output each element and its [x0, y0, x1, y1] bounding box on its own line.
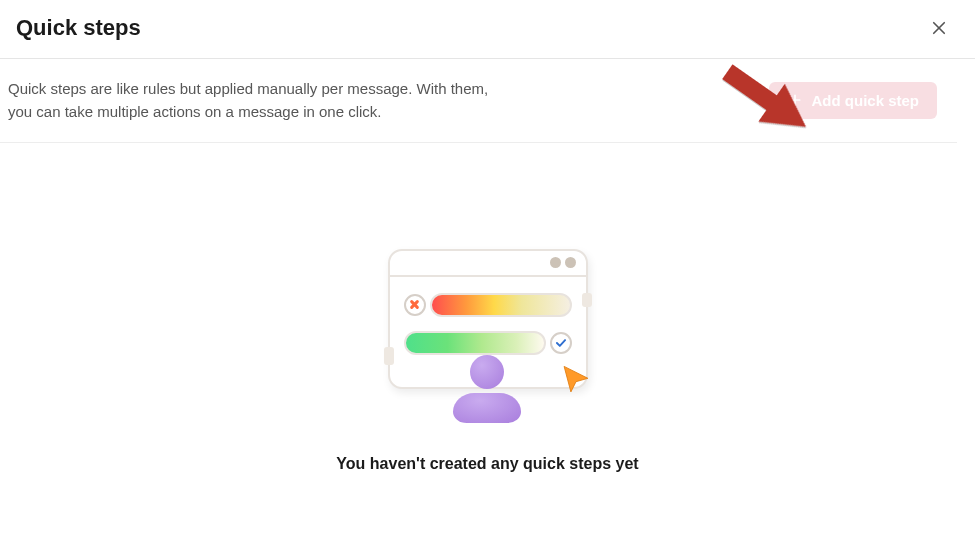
illustration-window-header: [390, 251, 586, 277]
empty-state-message: You haven't created any quick steps yet: [336, 455, 638, 473]
dialog-header: Quick steps: [0, 0, 975, 59]
add-button-label: Add quick step: [811, 92, 919, 109]
gradient-bar-icon: [404, 331, 546, 355]
empty-state: You haven't created any quick steps yet: [0, 243, 975, 473]
x-badge-icon: [404, 294, 426, 316]
description-text: Quick steps are like rules but applied m…: [8, 77, 488, 124]
person-icon: [453, 355, 521, 423]
close-icon: [930, 19, 948, 37]
cursor-icon: [559, 363, 593, 401]
window-dot-icon: [550, 257, 561, 268]
illustration-slider-row: [404, 331, 572, 355]
notch-icon: [582, 293, 592, 307]
illustration-slider-row: [404, 293, 572, 317]
description-line-2: you can take multiple actions on a messa…: [8, 100, 488, 123]
plus-icon: [787, 92, 803, 108]
add-quick-step-button[interactable]: Add quick step: [769, 82, 937, 119]
window-dot-icon: [565, 257, 576, 268]
description-row: Quick steps are like rules but applied m…: [0, 59, 957, 143]
notch-icon: [384, 347, 394, 365]
description-line-1: Quick steps are like rules but applied m…: [8, 77, 488, 100]
page-title: Quick steps: [16, 15, 141, 41]
empty-illustration: [383, 243, 593, 433]
gradient-bar-icon: [430, 293, 572, 317]
close-button[interactable]: [923, 12, 955, 44]
check-badge-icon: [550, 332, 572, 354]
